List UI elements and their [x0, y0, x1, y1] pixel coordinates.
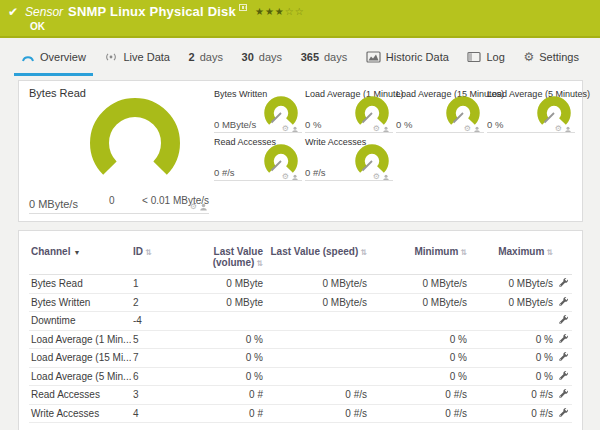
maximum-cell: 0 #/s: [469, 404, 555, 423]
tab-historic-data[interactable]: Historic Data: [359, 40, 456, 76]
tab-live-data[interactable]: Live Data: [97, 40, 176, 76]
last-value-volume-cell: [173, 312, 265, 331]
divider: [487, 132, 575, 133]
tab-label: Live Data: [123, 51, 169, 63]
channel-table-panel: Channel▼ ID⇅ Last Value (volume)⇅ Last V…: [18, 230, 583, 430]
wrench-icon[interactable]: [558, 407, 569, 418]
col-header-id[interactable]: ID⇅: [131, 244, 173, 275]
channel-id-cell: 4: [131, 404, 173, 423]
table-row[interactable]: Load Average (15 Mi... 7 0 % 0 % 0 %: [29, 349, 572, 368]
last-value-speed-cell: 0 MByte/s: [265, 293, 369, 312]
user-icon[interactable]: [200, 203, 207, 211]
maximum-cell: 0 %: [469, 367, 555, 386]
tab-bar: Overview Live Data 2days 30days 365days …: [0, 40, 600, 76]
tab-settings[interactable]: ⚙ Settings: [516, 40, 586, 76]
object-type-label: Sensor: [25, 5, 63, 19]
wrench-icon[interactable]: [558, 333, 569, 344]
minimum-cell: 0 %: [369, 330, 469, 349]
status-check-icon: ✔: [8, 5, 18, 19]
channel-table-body: Bytes Read 1 0 MByte 0 MByte/s 0 MByte/s…: [29, 275, 572, 423]
channel-settings-cell[interactable]: [555, 367, 572, 386]
tab-label: 30: [242, 51, 254, 63]
last-value-speed-cell: 0 #/s: [265, 386, 369, 405]
channel-settings-cell[interactable]: [555, 275, 572, 294]
tab-log[interactable]: Log: [460, 40, 511, 76]
last-value-speed-cell: [265, 349, 369, 368]
tab-overview[interactable]: Overview: [14, 40, 93, 76]
channel-name-cell[interactable]: Load Average (1 Min...: [29, 330, 131, 349]
small-gauge-load-average-15min: Load Average (15 Minutes) 0 % ⚙: [396, 89, 482, 135]
wrench-icon[interactable]: [558, 388, 569, 399]
table-row[interactable]: Write Accesses 4 0 # 0 #/s 0 #/s 0 #/s: [29, 404, 572, 423]
tab-label: days: [200, 51, 223, 63]
maximum-cell: 0 MByte/s: [469, 293, 555, 312]
maximum-cell: 0 %: [469, 349, 555, 368]
gauge-current-value: 0 %: [396, 119, 412, 130]
table-row[interactable]: Bytes Written 2 0 MByte 0 MByte/s 0 MByt…: [29, 293, 572, 312]
last-value-volume-cell: 0 MByte: [173, 293, 265, 312]
gauge-mini-actions[interactable]: ⚙: [190, 203, 207, 211]
wrench-icon[interactable]: [558, 314, 569, 325]
overview-gauges-panel: Bytes Read 0 MByte/s 0 < 0.01 MByte/s ⚙ …: [18, 80, 583, 222]
channel-name-cell[interactable]: Write Accesses: [29, 404, 131, 423]
last-value-volume-cell: 0 %: [173, 330, 265, 349]
channel-settings-cell[interactable]: [555, 293, 572, 312]
channel-name-cell[interactable]: Load Average (15 Mi...: [29, 349, 131, 368]
minimum-cell: 0 MByte/s: [369, 275, 469, 294]
sort-icon: ⇅: [460, 248, 467, 257]
col-header-maximum[interactable]: Maximum⇅: [469, 244, 555, 275]
channel-settings-cell[interactable]: [555, 386, 572, 405]
channel-settings-cell[interactable]: [555, 312, 572, 331]
channel-name-cell[interactable]: Downtime: [29, 312, 131, 331]
priority-flag-icon[interactable]: [239, 4, 247, 11]
table-row[interactable]: Load Average (1 Min... 5 0 % 0 % 0 %: [29, 330, 572, 349]
small-gauge-read-accesses: Read Accesses 0 #/s ⚙: [214, 137, 300, 183]
table-row[interactable]: Downtime -4: [29, 312, 572, 331]
tab-label: Overview: [40, 51, 86, 63]
col-header-last-value-speed[interactable]: Last Value (speed)⇅: [265, 244, 369, 275]
channel-id-cell: 3: [131, 386, 173, 405]
sort-desc-icon: ▼: [73, 249, 80, 256]
wrench-icon[interactable]: [558, 296, 569, 307]
wrench-icon[interactable]: [558, 351, 569, 362]
maximum-cell: 0 %: [469, 330, 555, 349]
tab-label: 2: [189, 51, 195, 63]
col-header-channel[interactable]: Channel▼: [29, 244, 131, 275]
minimum-cell: 0 #/s: [369, 404, 469, 423]
table-row[interactable]: Read Accesses 3 0 # 0 #/s 0 #/s 0 #/s: [29, 386, 572, 405]
col-header-last-value-volume[interactable]: Last Value (volume)⇅: [173, 244, 265, 275]
table-row[interactable]: Load Average (5 Min... 6 0 % 0 % 0 %: [29, 367, 572, 386]
settings-gear-icon: ⚙: [523, 51, 534, 63]
channel-name-cell[interactable]: Bytes Written: [29, 293, 131, 312]
gear-icon[interactable]: ⚙: [190, 203, 197, 211]
gauge-current-value: 0 #/s: [305, 167, 326, 178]
last-value-volume-cell: 0 %: [173, 349, 265, 368]
channel-settings-cell[interactable]: [555, 349, 572, 368]
channel-settings-cell[interactable]: [555, 330, 572, 349]
col-header-minimum[interactable]: Minimum⇅: [369, 244, 469, 275]
channel-name-cell[interactable]: Load Average (5 Min...: [29, 367, 131, 386]
live-data-icon: [104, 51, 118, 63]
channel-id-cell: 6: [131, 367, 173, 386]
tab-2-days[interactable]: 2days: [182, 40, 230, 76]
channel-settings-cell[interactable]: [555, 404, 572, 423]
gauge-current-value: 0 %: [305, 119, 321, 130]
priority-stars[interactable]: ★★★☆☆: [255, 6, 305, 17]
table-header-row: Channel▼ ID⇅ Last Value (volume)⇅ Last V…: [29, 244, 572, 275]
historic-chart-icon: [366, 51, 381, 63]
tab-30-days[interactable]: 30days: [235, 40, 290, 76]
maximum-cell: 0 MByte/s: [469, 275, 555, 294]
last-value-speed-cell: [265, 330, 369, 349]
channel-name-cell[interactable]: Bytes Read: [29, 275, 131, 294]
last-value-volume-cell: 0 %: [173, 367, 265, 386]
last-value-speed-cell: 0 #/s: [265, 404, 369, 423]
tab-365-days[interactable]: 365days: [294, 40, 355, 76]
channel-name-cell[interactable]: Read Accesses: [29, 386, 131, 405]
wrench-icon[interactable]: [558, 277, 569, 288]
divider: [214, 180, 302, 181]
wrench-icon[interactable]: [558, 370, 569, 381]
maximum-cell: 0 #/s: [469, 386, 555, 405]
table-row[interactable]: Bytes Read 1 0 MByte 0 MByte/s 0 MByte/s…: [29, 275, 572, 294]
gauge-current-value: 0 %: [487, 119, 503, 130]
small-gauge-load-average-1min: Load Average (1 Minute) 0 % ⚙: [305, 89, 391, 135]
